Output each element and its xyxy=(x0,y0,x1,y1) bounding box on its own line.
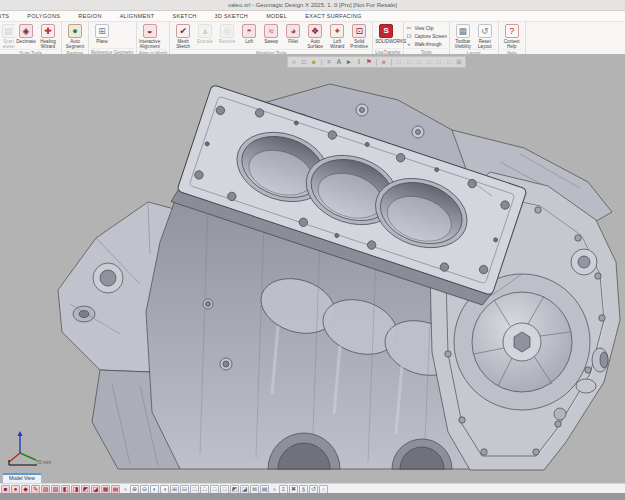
capture-screen-button[interactable]: ⊡Capture Screen xyxy=(406,32,447,40)
viewport-floating-toolbar: ○□■⌗A►I⚑■□□□□□□▣ xyxy=(287,56,466,68)
status-bar xyxy=(0,493,625,500)
ribbon-button-label: Toolbar Visibility xyxy=(452,39,474,49)
view-clip-icon: ✂ xyxy=(406,25,413,32)
interactive-alignment-button[interactable]: ◒Interactive Alignment xyxy=(139,23,161,49)
box-zoom-icon[interactable]: ▣ xyxy=(455,58,464,66)
loft-icon: ◓ xyxy=(242,24,256,38)
solid-primitive-icon: ⊡ xyxy=(352,24,366,38)
reset-layout-icon: ↺ xyxy=(478,24,492,38)
healing-wizard-icon: ✚ xyxy=(41,24,55,38)
toolbar-separator xyxy=(391,59,392,66)
measure-icon[interactable]: ⌗ xyxy=(325,58,334,66)
menu-tab-exact-surfacing[interactable]: EXACT SURFACING xyxy=(296,11,370,21)
camera-icon[interactable]: □ xyxy=(395,58,404,66)
menu-tab-alignment[interactable]: ALIGNMENT xyxy=(111,11,164,21)
ribbon-group-reference-geometry: ⊞PlaneReference Geometry xyxy=(89,22,137,56)
walk-through-icon: » xyxy=(406,41,413,48)
ribbon-group-regions: ●Auto SegmentRegions xyxy=(62,22,89,56)
edges-display-icon[interactable]: □ xyxy=(300,58,309,66)
ribbon-group-align-to-world: ◒Interactive AlignmentAlign to World xyxy=(137,22,171,56)
auto-surface-button[interactable]: ❖Auto Surface xyxy=(304,23,326,49)
section-icon[interactable]: □ xyxy=(435,58,444,66)
fillet-button[interactable]: ◕Fillet xyxy=(282,23,304,44)
walk-through-button[interactable]: »Walk-through xyxy=(406,40,447,48)
solid-primitive-button[interactable]: ⊡Solid Primitive xyxy=(348,23,370,49)
solidworks-icon: S xyxy=(379,24,393,38)
auto-segment-icon: ● xyxy=(68,24,82,38)
loft-button[interactable]: ◓Loft xyxy=(238,23,260,44)
menu-tab-3d-sketch[interactable]: 3D SKETCH xyxy=(206,11,258,21)
ribbon-button-label: Reset Layout xyxy=(474,39,496,49)
menu-tab-sketch[interactable]: SKETCH xyxy=(163,11,205,21)
sweep-button[interactable]: ≈Sweep xyxy=(260,23,282,44)
reset-layout-button[interactable]: ↺Reset Layout xyxy=(474,23,496,49)
cursor-icon[interactable]: ► xyxy=(345,58,354,66)
ribbon-toolbar: ▤Scan Between◈Decimate✚Healing WizardSca… xyxy=(0,22,625,57)
window-titlebar: valeo.xrl - Geomagic Design X 2025. 1. 0… xyxy=(0,0,625,11)
ghost-icon[interactable]: □ xyxy=(445,58,454,66)
window-title: valeo.xrl - Geomagic Design X 2025. 1. 0… xyxy=(228,2,397,8)
light-icon[interactable]: □ xyxy=(405,58,414,66)
mesh-sketch-button[interactable]: ✔Mesh Sketch xyxy=(172,23,194,49)
toolbar-separator xyxy=(124,488,127,491)
grid-icon[interactable]: □ xyxy=(415,58,424,66)
menu-tab-region[interactable]: REGION xyxy=(69,11,111,21)
viewport-3d[interactable]: ○□■⌗A►I⚑■□□□□□□▣ 70 mm Model View xyxy=(0,54,625,483)
decimate-button[interactable]: ◈Decimate xyxy=(15,23,37,44)
interactive-alignment-icon: ◒ xyxy=(143,24,157,38)
ribbon-button-label: Scan Between xyxy=(2,39,15,49)
plane-button[interactable]: ⊞Plane xyxy=(91,23,113,44)
ribbon-button-label: Interactive Alignment xyxy=(139,39,161,49)
ribbon-button-label: Auto Segment xyxy=(64,39,86,49)
ribbon-button-label: Healing Wizard xyxy=(37,39,59,49)
loft-wizard-button[interactable]: ✦Loft Wizard xyxy=(326,23,348,49)
ribbon-button-label: Context Help xyxy=(501,39,523,49)
ribbon-button-label: Extrude xyxy=(197,39,213,44)
ribbon-group-scan-tools: ▤Scan Between◈Decimate✚Healing WizardSca… xyxy=(0,22,62,56)
toolbar-separator xyxy=(376,59,377,66)
pin-icon[interactable]: ⚑ xyxy=(365,58,374,66)
ribbon-group-tools: ✂View Clip⊡Capture Screen»Walk-throughTo… xyxy=(404,22,450,56)
scan-between-icon: ▤ xyxy=(2,24,15,38)
engine-block-model[interactable] xyxy=(0,54,625,483)
decimate-icon: ◈ xyxy=(19,24,33,38)
solidworks-button[interactable]: SSOLIDWORKS xyxy=(375,23,397,44)
ribbon-group-modeling-tools: ✔Mesh Sketch▲Extrude◎Revolve◓Loft≈Sweep◕… xyxy=(170,22,373,56)
ribbon-button-label: Loft Wizard xyxy=(326,39,348,49)
model-view-tab[interactable]: Model View xyxy=(2,473,42,483)
ribbon-group-layout: ▦Toolbar Visibility↺Reset LayoutLayout xyxy=(450,22,499,56)
scale-label: 70 mm xyxy=(36,459,51,465)
ribbon-button-label: Mesh Sketch xyxy=(172,39,194,49)
auto-surface-icon: ❖ xyxy=(308,24,322,38)
revolve-icon: ◎ xyxy=(220,24,234,38)
capture-screen-icon: ⊡ xyxy=(406,33,413,40)
axis-icon[interactable]: □ xyxy=(425,58,434,66)
healing-wizard-button[interactable]: ✚Healing Wizard xyxy=(37,23,59,49)
menu-tab-model[interactable]: MODEL xyxy=(257,11,296,21)
extrude-button: ▲Extrude xyxy=(194,23,216,44)
wireframe-display-icon[interactable]: ○ xyxy=(290,58,299,66)
loft-wizard-icon: ✦ xyxy=(330,24,344,38)
menu-tab-bar: POINTSPOLYGONSREGIONALIGNMENTSKETCH3D SK… xyxy=(0,11,625,22)
toolbar-visibility-icon: ▦ xyxy=(456,24,470,38)
sweep-icon: ≈ xyxy=(264,24,278,38)
menu-tab-polygons[interactable]: POLYGONS xyxy=(18,11,69,21)
toolbar-separator xyxy=(321,59,322,66)
region-highlight-icon[interactable]: ■ xyxy=(380,58,389,66)
context-help-button[interactable]: ?Context Help xyxy=(501,23,523,49)
auto-segment-button[interactable]: ●Auto Segment xyxy=(64,23,86,49)
shaded-display-icon[interactable]: ■ xyxy=(310,58,319,66)
tool-label: Capture Screen xyxy=(415,34,447,39)
dimension-icon[interactable]: I xyxy=(355,58,364,66)
application-window: valeo.xrl - Geomagic Design X 2025. 1. 0… xyxy=(0,0,625,500)
toolbar-visibility-button[interactable]: ▦Toolbar Visibility xyxy=(452,23,474,49)
scan-between-button: ▤Scan Between xyxy=(2,23,15,49)
menu-tab-points[interactable]: POINTS xyxy=(0,11,18,21)
annotation-icon[interactable]: A xyxy=(335,58,344,66)
tool-label: Walk-through xyxy=(415,42,442,47)
view-clip-button[interactable]: ✂View Clip xyxy=(406,24,447,32)
ribbon-button-label: Revolve xyxy=(219,39,236,44)
ribbon-button-label: Solid Primitive xyxy=(348,39,370,49)
ribbon-button-label: Fillet xyxy=(288,39,298,44)
context-help-icon: ? xyxy=(505,24,519,38)
